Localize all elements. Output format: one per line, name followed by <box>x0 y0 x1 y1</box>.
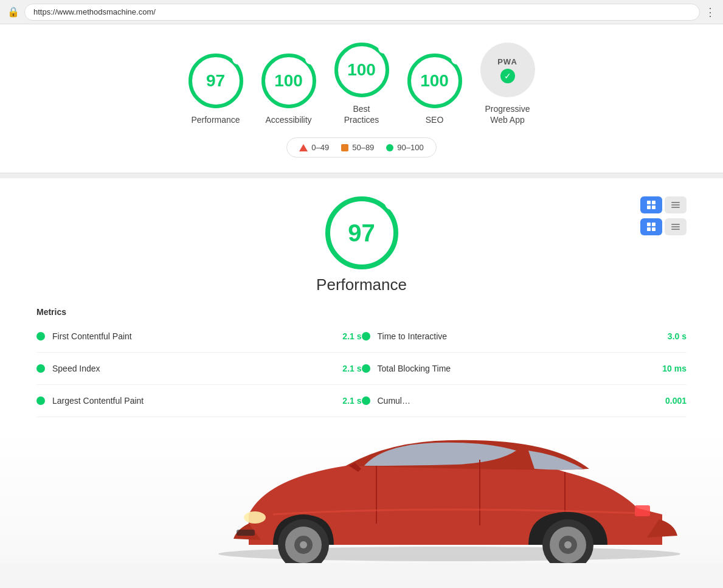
metric-row-lcp: Largest Contentful Paint 2.1 s <box>36 385 362 417</box>
score-item-performance: 97 Performance <box>189 54 243 125</box>
grid-icon <box>646 200 656 210</box>
pwa-label: PWA <box>497 57 517 66</box>
score-value-performance: 97 <box>206 71 225 91</box>
svg-rect-10 <box>652 227 656 231</box>
metric-name-tbt: Total Blocking Time <box>378 364 657 373</box>
svg-point-22 <box>564 541 572 548</box>
metrics-right-column: Time to Interactive 3.0 s Total Blocking… <box>362 320 687 417</box>
metric-value-tti: 3.0 s <box>668 331 687 341</box>
metric-row-tbt: Total Blocking Time 10 ms <box>362 353 687 385</box>
score-circle-accessibility: 100 <box>261 54 316 108</box>
score-value-accessibility: 100 <box>274 71 303 91</box>
grid-view-button[interactable] <box>640 196 662 213</box>
svg-point-18 <box>300 541 307 548</box>
svg-rect-7 <box>647 223 651 226</box>
toggle-row-bottom <box>640 218 687 235</box>
toggle-row-top <box>640 196 687 213</box>
metric-dot-si <box>36 364 45 373</box>
svg-rect-9 <box>647 227 651 231</box>
score-item-pwa: PWA ✓ ProgressiveWeb App <box>480 43 535 125</box>
metrics-grid: First Contentful Paint 2.1 s Speed Index… <box>36 320 687 417</box>
score-value-seo: 100 <box>420 71 449 91</box>
legend-dot-icon <box>386 144 393 151</box>
svg-rect-3 <box>652 206 656 209</box>
metric-name-lcp: Largest Contentful Paint <box>52 396 336 406</box>
legend-item-bad: 0–49 <box>299 143 329 152</box>
performance-detail-section: 97 Performance Metrics First Contentful … <box>0 178 723 429</box>
metric-value-lcp: 2.1 s <box>342 396 361 406</box>
section-divider <box>0 173 723 178</box>
url-text: https://www.methodsmachine.com/ <box>33 7 156 16</box>
performance-title: Performance <box>316 275 407 294</box>
metric-name-si: Speed Index <box>52 364 336 373</box>
score-label-accessibility: Accessibility <box>265 114 311 125</box>
svg-rect-2 <box>647 206 651 209</box>
score-value-best-practices: 100 <box>347 60 376 80</box>
score-circle-performance: 97 <box>189 54 243 108</box>
metrics-heading-area: Metrics <box>36 306 687 317</box>
legend-triangle-icon <box>299 144 308 151</box>
metric-value-si: 2.1 s <box>342 364 361 373</box>
svg-rect-0 <box>647 201 651 204</box>
car-background <box>0 429 723 563</box>
metric-name-tti: Time to Interactive <box>378 331 662 341</box>
svg-rect-24 <box>635 505 650 516</box>
list-icon-2 <box>671 222 680 232</box>
legend-range-average: 50–89 <box>352 143 374 152</box>
performance-center: 97 Performance <box>36 196 687 294</box>
svg-point-23 <box>244 511 266 524</box>
pwa-title: ProgressiveWeb App <box>485 103 530 125</box>
metric-row-fcp: First Contentful Paint 2.1 s <box>36 320 362 353</box>
score-item-best-practices: 100 BestPractices <box>334 43 389 125</box>
url-bar[interactable]: https://www.methodsmachine.com/ <box>24 4 700 21</box>
score-label-best-practices: BestPractices <box>344 103 379 125</box>
score-circle-best-practices: 100 <box>334 43 389 97</box>
performance-score-large: 97 <box>348 220 375 247</box>
metric-value-cls: 0.001 <box>665 396 687 406</box>
scores-row: 97 Performance 100 Accessibility 100 Bes… <box>189 43 535 125</box>
svg-rect-1 <box>652 201 656 204</box>
car-svg <box>176 429 723 563</box>
metric-name-cls: Cumul… <box>378 396 659 406</box>
metrics-left-column: First Contentful Paint 2.1 s Speed Index… <box>36 320 362 417</box>
score-item-seo: 100 SEO <box>407 54 462 125</box>
legend-range-good: 90–100 <box>397 143 423 152</box>
metric-row-si: Speed Index 2.1 s <box>36 353 362 385</box>
list-view-button-2[interactable] <box>665 218 687 235</box>
score-circle-seo: 100 <box>407 54 462 108</box>
score-legend: 0–49 50–89 90–100 <box>286 137 436 157</box>
svg-rect-25 <box>237 530 255 536</box>
grid-view-button-2[interactable] <box>640 218 662 235</box>
metric-dot-tbt <box>362 364 370 373</box>
legend-item-good: 90–100 <box>386 143 423 152</box>
score-label-performance: Performance <box>191 114 240 125</box>
legend-range-bad: 0–49 <box>311 143 329 152</box>
legend-square-icon <box>341 144 348 151</box>
metric-dot-lcp <box>36 396 45 405</box>
car-image-section <box>0 429 723 563</box>
lock-icon: 🔒 <box>7 6 19 18</box>
score-item-accessibility: 100 Accessibility <box>261 54 316 125</box>
lighthouse-scores-section: 97 Performance 100 Accessibility 100 Bes… <box>0 24 723 173</box>
svg-rect-5 <box>671 204 680 206</box>
browser-chrome: 🔒 https://www.methodsmachine.com/ ⋮ <box>0 0 723 24</box>
metric-dot-cls <box>362 396 370 405</box>
performance-circle-large: 97 <box>325 196 398 269</box>
view-toggle-group <box>640 196 687 235</box>
svg-rect-12 <box>671 226 680 227</box>
list-icon <box>671 200 680 210</box>
svg-rect-6 <box>671 207 680 208</box>
svg-rect-13 <box>671 229 680 230</box>
legend-item-average: 50–89 <box>341 143 374 152</box>
metric-dot-tti <box>362 332 370 341</box>
list-view-button-top[interactable] <box>665 196 687 213</box>
metric-value-fcp: 2.1 s <box>342 331 361 341</box>
score-label-seo: SEO <box>426 114 444 125</box>
metric-row-cls: Cumul… 0.001 <box>362 385 687 417</box>
metric-dot-fcp <box>36 332 45 341</box>
svg-rect-4 <box>671 202 680 203</box>
metric-name-fcp: First Contentful Paint <box>52 331 336 341</box>
pwa-circle: PWA ✓ <box>480 43 535 97</box>
browser-menu-icon[interactable]: ⋮ <box>705 5 716 19</box>
metrics-heading: Metrics <box>36 307 66 317</box>
